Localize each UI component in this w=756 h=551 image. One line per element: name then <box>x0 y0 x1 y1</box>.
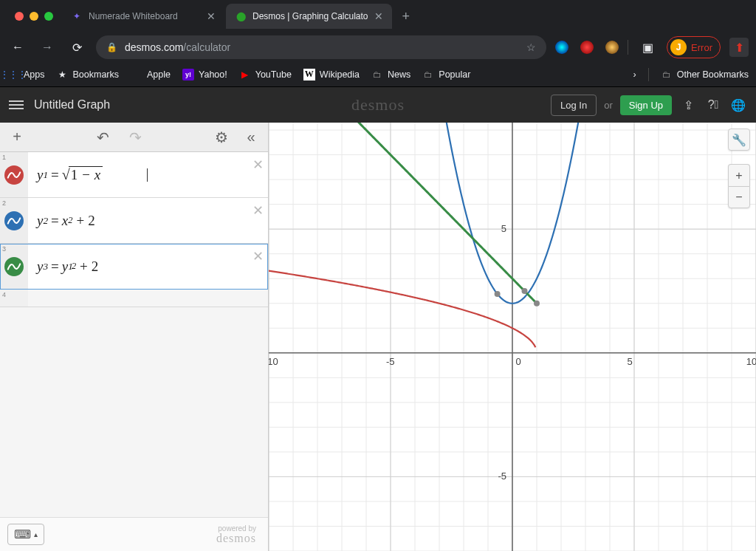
lock-icon: 🔒 <box>106 42 117 52</box>
bookmark-item[interactable]: 🗀Popular <box>422 69 470 81</box>
bookmark-item[interactable]: ★Bookmarks <box>57 69 120 81</box>
expression-row[interactable]: 3y3=y12+2✕ <box>0 244 268 290</box>
sidebar-footer: ⌨▴ powered by desmos <box>0 517 268 551</box>
expression-row[interactable]: 1y1=√1 − x✕ <box>0 152 268 198</box>
powered-by: powered by desmos <box>216 525 256 544</box>
new-tab-button[interactable]: + <box>394 9 419 24</box>
signup-button[interactable]: Sign Up <box>620 95 672 115</box>
forward-button[interactable]: → <box>37 37 58 58</box>
browser-toolbar: ← → ⟳ 🔒 desmos.com/calculator ☆ ▣ J Erro… <box>0 32 756 62</box>
zoom-in-button[interactable]: + <box>728 164 750 186</box>
extension-icon[interactable] <box>580 41 594 54</box>
svg-point-48 <box>495 291 501 297</box>
svg-text:5: 5 <box>627 356 632 367</box>
sidebar-toolbar: + ↶ ↷ ⚙ « <box>0 123 268 152</box>
address-bar[interactable]: 🔒 desmos.com/calculator ☆ <box>96 35 546 59</box>
bookmark-star-icon[interactable]: ☆ <box>526 41 536 53</box>
share-icon[interactable]: ⇪ <box>679 98 697 112</box>
close-tab-icon[interactable]: ✕ <box>207 10 216 22</box>
window-controls <box>6 12 62 21</box>
zoom-out-button[interactable]: − <box>728 186 750 208</box>
chevron-right-icon: › <box>633 69 636 80</box>
star-icon: ★ <box>57 69 69 81</box>
graph-tools: 🔧 + − <box>728 129 750 208</box>
chevron-up-icon: ▴ <box>34 530 38 538</box>
folder-icon: 🗀 <box>661 69 673 81</box>
delete-expression-icon[interactable]: ✕ <box>252 157 264 173</box>
settings-icon[interactable]: ⚙ <box>210 129 233 146</box>
collapse-sidebar-icon[interactable]: « <box>240 129 262 146</box>
url-host: desmos.com <box>125 41 183 53</box>
menu-button[interactable] <box>9 100 24 109</box>
svg-text:-10: -10 <box>269 356 278 367</box>
url-path: /calculator <box>183 41 230 53</box>
bookmark-item[interactable]: Apple <box>131 69 171 81</box>
graph-canvas[interactable]: -10-50510-55 🔧 + − <box>269 123 756 551</box>
svg-text:-5: -5 <box>386 356 395 367</box>
expression-sidebar: + ↶ ↷ ⚙ « 1y1=√1 − x✕2y2=x2+2✕3y3=y12+2✕… <box>0 123 269 551</box>
other-bookmarks[interactable]: 🗀Other Bookmarks <box>661 69 749 81</box>
graph-title[interactable]: Untitled Graph <box>34 98 110 112</box>
tab-title: Numerade Whiteboard <box>89 11 178 21</box>
expression-row[interactable]: 2y2=x2+2✕ <box>0 198 268 244</box>
youtube-icon: ▶ <box>239 69 251 81</box>
keyboard-toggle[interactable]: ⌨▴ <box>7 524 44 545</box>
expression-input[interactable]: y1=√1 − x <box>28 152 268 197</box>
yahoo-icon: y! <box>182 69 194 81</box>
profile-error-chip[interactable]: J Error <box>667 36 721 58</box>
apps-shortcut[interactable]: ⋮⋮⋮Apps <box>7 69 45 81</box>
bookmark-item[interactable]: ▶YouTube <box>239 69 292 81</box>
svg-text:-5: -5 <box>498 470 506 482</box>
add-expression-button[interactable]: + <box>6 129 28 146</box>
minimize-window-icon[interactable] <box>30 12 38 21</box>
profile-avatar: J <box>670 39 687 55</box>
bookmarks-bar: ⋮⋮⋮Apps ★Bookmarks Apple y!Yahoo! ▶YouTu… <box>0 62 756 87</box>
favicon-icon: ✦ <box>71 10 83 22</box>
row-index: 3 <box>2 245 6 253</box>
tab-strip: ✦ Numerade Whiteboard ✕ ⬤ Desmos | Graph… <box>0 0 756 32</box>
reload-button[interactable]: ⟳ <box>66 37 87 58</box>
cast-icon[interactable]: ▣ <box>637 37 658 58</box>
folder-icon: 🗀 <box>422 69 434 81</box>
apple-icon <box>131 69 142 81</box>
redo-button[interactable]: ↷ <box>125 129 147 146</box>
apps-icon: ⋮⋮⋮ <box>7 69 19 81</box>
bookmark-item[interactable]: WWikipedia <box>303 69 360 81</box>
language-icon[interactable]: 🌐 <box>729 98 747 112</box>
login-button[interactable]: Log In <box>551 95 597 116</box>
folder-icon: 🗀 <box>371 69 383 81</box>
delete-expression-icon[interactable]: ✕ <box>252 248 264 264</box>
bookmark-item[interactable]: 🗀News <box>371 69 410 81</box>
expression-input[interactable]: y3=y12+2 <box>28 244 268 289</box>
svg-point-49 <box>522 288 528 294</box>
expression-list: 1y1=√1 − x✕2y2=x2+2✕3y3=y12+2✕4 <box>0 152 268 517</box>
close-window-icon[interactable] <box>15 12 24 21</box>
graph-svg: -10-50510-55 <box>269 123 756 551</box>
svg-text:5: 5 <box>501 223 506 234</box>
bookmarks-overflow[interactable]: › <box>633 69 636 80</box>
favicon-icon: ⬤ <box>235 10 247 22</box>
undo-button[interactable]: ↶ <box>92 129 114 146</box>
update-icon[interactable]: ⬆ <box>729 38 749 57</box>
bookmark-item[interactable]: y!Yahoo! <box>182 69 227 81</box>
extension-icons <box>555 41 619 54</box>
row-index: 1 <box>2 154 6 161</box>
keyboard-icon: ⌨ <box>14 527 31 541</box>
browser-tab-numerade[interactable]: ✦ Numerade Whiteboard ✕ <box>62 4 224 29</box>
expression-row-empty[interactable]: 4 <box>0 290 268 307</box>
svg-text:0: 0 <box>515 356 520 367</box>
profile-status: Error <box>691 42 712 53</box>
maximize-window-icon[interactable] <box>44 12 53 21</box>
wrench-icon[interactable]: 🔧 <box>728 129 750 151</box>
browser-tab-desmos[interactable]: ⬤ Desmos | Graphing Calculato ✕ <box>226 4 392 29</box>
expression-input[interactable]: y2=x2+2 <box>28 198 268 243</box>
delete-expression-icon[interactable]: ✕ <box>252 202 264 219</box>
back-button[interactable]: ← <box>7 37 28 58</box>
desmos-logo: desmos <box>351 95 405 114</box>
extension-icon[interactable] <box>605 41 619 54</box>
extension-icon[interactable] <box>555 41 568 54</box>
close-tab-icon[interactable]: ✕ <box>374 10 383 22</box>
row-index: 4 <box>2 291 6 298</box>
svg-point-50 <box>534 301 540 307</box>
help-icon[interactable]: ?⃝ <box>704 98 722 112</box>
